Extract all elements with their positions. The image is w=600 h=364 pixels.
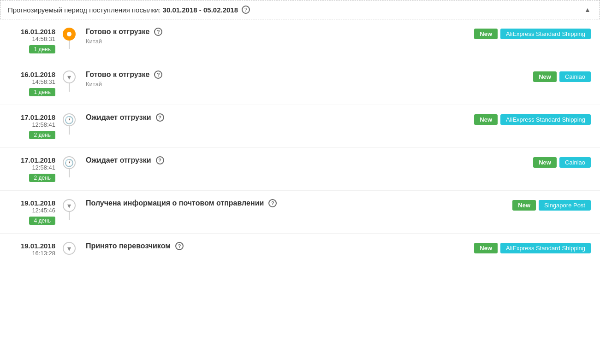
badge-new: New [474,114,498,125]
content-col: Готово к отгрузке?Китай [78,70,533,88]
badge-new: New [533,71,557,82]
chevron-down-icon: ▾ [67,201,71,210]
date-col: 16.01.201814:58:311 день [0,70,60,96]
entry-date: 19.01.2018 [7,242,55,250]
badges-col: NewCainiao [533,70,600,82]
event-title-text: Принято перевозчиком [86,242,171,250]
event-title: Готово к отгрузке? [86,28,467,36]
event-help-icon[interactable]: ? [156,113,164,122]
chevron-down-icon: ▾ [67,73,71,82]
date-col: 16.01.201814:58:311 день [0,28,60,53]
badges-col: NewCainiao [533,156,600,168]
day-badge: 4 день [29,217,55,225]
badge-carrier: AliExpress Standard Shipping [500,29,591,39]
timeline-dot: 🕐 [63,113,76,126]
timeline-entry: 17.01.201812:58:412 день🕐Ожидает отгрузк… [0,105,600,148]
badges-col: NewAliExpress Standard Shipping [474,28,600,39]
badge-carrier: Singapore Post [539,200,591,211]
event-help-icon[interactable]: ? [156,156,164,164]
date-col: 19.01.201816:13:28 [0,242,60,257]
entry-date: 16.01.2018 [7,28,55,35]
entry-date: 16.01.2018 [7,70,55,78]
event-title-text: Получена информация о почтовом отправлен… [86,199,264,207]
timeline-entry: 19.01.201816:13:28▾Принято перевозчиком?… [0,234,600,265]
clock-icon: 🕐 [65,116,74,124]
content-col: Принято перевозчиком? [78,242,474,250]
content-col: Готово к отгрузке?Китай [78,28,474,45]
event-title: Получена информация о почтовом отправлен… [86,199,505,207]
forecast-help-icon[interactable]: ? [242,6,250,14]
icon-col: 🕐 [60,156,78,169]
timeline-entry: 16.01.201814:58:311 деньГотово к отгрузк… [0,19,600,62]
entry-time: 12:58:41 [7,121,55,128]
badges-col: NewAliExpress Standard Shipping [474,242,600,253]
event-help-icon[interactable]: ? [154,28,162,36]
timeline-dot: ▾ [63,199,76,212]
icon-col: ▾ [60,70,78,83]
timeline-container: 16.01.201814:58:311 деньГотово к отгрузк… [0,19,600,265]
entry-time: 12:58:41 [7,164,55,171]
chevron-down-icon: ▾ [67,244,71,253]
event-title: Принято перевозчиком? [86,242,467,250]
badge-new: New [512,200,536,211]
entry-date: 17.01.2018 [7,113,55,121]
date-col: 17.01.201812:58:412 день [0,156,60,182]
day-badge: 2 день [29,174,55,182]
entry-time: 14:58:31 [7,78,55,85]
timeline-dot: ▾ [63,242,76,255]
event-title: Готово к отгрузке? [86,70,526,79]
event-title: Ожидает отгрузки? [86,113,467,122]
icon-col: ▾ [60,199,78,212]
timeline-dot: ▾ [63,70,76,83]
collapse-icon[interactable]: ▲ [583,5,592,14]
timeline-entry: 17.01.201812:58:412 день🕐Ожидает отгрузк… [0,148,600,191]
date-col: 19.01.201812:45:464 день [0,199,60,225]
event-location: Китай [86,81,526,88]
badge-new: New [474,243,498,253]
event-title: Ожидает отгрузки? [86,156,526,164]
forecast-label: Прогнозируемый период поступления посылк… [8,6,161,14]
event-title-text: Готово к отгрузке [86,70,149,79]
event-title-text: Ожидает отгрузки [86,113,151,122]
icon-col [60,28,78,41]
entry-date: 19.01.2018 [7,199,55,207]
icon-col: ▾ [60,242,78,255]
badges-col: NewSingapore Post [512,199,600,211]
event-help-icon[interactable]: ? [175,242,184,250]
date-col: 17.01.201812:58:412 день [0,113,60,139]
badge-new: New [533,157,557,168]
event-help-icon[interactable]: ? [154,70,162,79]
entry-time: 14:58:31 [7,35,55,42]
timeline-dot [63,28,76,41]
day-badge: 1 день [29,45,55,53]
entry-date: 17.01.2018 [7,156,55,164]
timeline-dot: 🕐 [63,156,76,169]
event-location: Китай [86,38,467,45]
day-badge: 2 день [29,131,55,139]
badge-carrier: AliExpress Standard Shipping [500,243,591,253]
timeline-entry: 19.01.201812:45:464 день▾Получена информ… [0,191,600,234]
entry-time: 16:13:28 [7,250,55,257]
badges-col: NewAliExpress Standard Shipping [474,113,600,125]
badge-new: New [474,29,498,39]
event-title-text: Ожидает отгрузки [86,156,151,164]
clock-icon: 🕐 [65,159,74,167]
badge-carrier: AliExpress Standard Shipping [500,114,591,125]
event-title-text: Готово к отгрузке [86,28,149,36]
day-badge: 1 день [29,88,55,96]
content-col: Получена информация о почтовом отправлен… [78,199,512,207]
content-col: Ожидает отгрузки? [78,156,533,164]
forecast-bar: Прогнозируемый период поступления посылк… [0,0,600,19]
entry-time: 12:45:46 [7,207,55,214]
event-help-icon[interactable]: ? [268,199,277,207]
forecast-dates: 30.01.2018 - 05.02.2018 [163,6,238,14]
content-col: Ожидает отгрузки? [78,113,474,122]
timeline-entry: 16.01.201814:58:311 день▾Готово к отгруз… [0,62,600,105]
dot-inner [67,32,71,36]
badge-carrier: Cainiao [559,157,591,168]
badge-carrier: Cainiao [559,71,591,82]
icon-col: 🕐 [60,113,78,126]
